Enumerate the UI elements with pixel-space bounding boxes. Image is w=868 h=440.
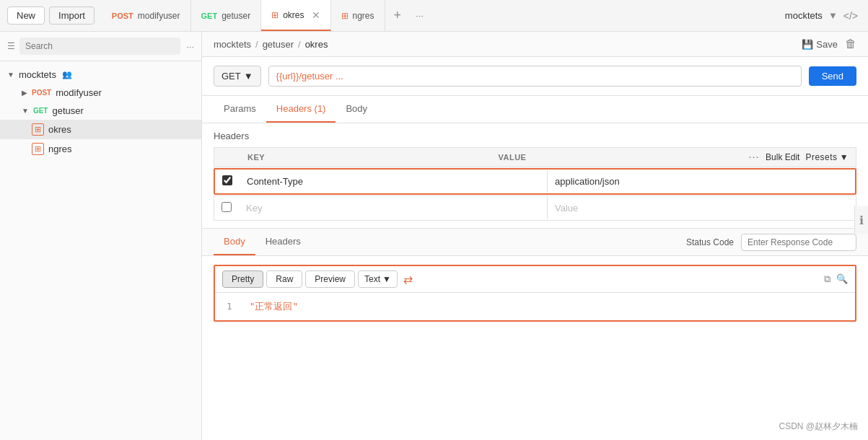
more-tabs-button[interactable]: ···	[410, 0, 429, 31]
header-row-empty: Key Value	[214, 195, 856, 221]
tab-name-ngres: ngres	[353, 11, 374, 21]
req-tab-headers-(1)[interactable]: Headers (1)	[266, 96, 336, 123]
breadcrumb-getuser[interactable]: getuser	[263, 39, 294, 50]
search-icon[interactable]: 🔍	[836, 273, 848, 285]
checkbox-cell[interactable]	[215, 170, 240, 193]
tabs-container: POSTmodifyuserGETgetuser⊞okres✕⊞ngres+··…	[102, 0, 775, 31]
headers-dots[interactable]: ···	[749, 153, 760, 162]
text-format-chevron: ▼	[382, 274, 391, 284]
sidebar-group-header-mocktets[interactable]: ▼ mocktets 👥	[0, 66, 201, 84]
save-label: Save	[816, 39, 838, 50]
line-number-1: 1	[227, 301, 232, 312]
sidebar-group-mocktets: ▼ mocktets 👥 ▶ POST modifyuser ▼ GET get…	[0, 66, 201, 159]
item-method-modifyuser: POST	[32, 89, 51, 97]
empty-value-cell[interactable]: Value	[547, 197, 856, 219]
subitem-icon-okres: ⊞	[32, 123, 44, 136]
method-select[interactable]: GET ▼	[214, 66, 261, 87]
empty-header-checkbox[interactable]	[222, 202, 232, 212]
content-area: mocktets / getuser / okres 💾 Save 🗑 GET …	[202, 32, 868, 440]
workspace-name: mocktets	[785, 10, 823, 21]
breadcrumb-okres: okres	[305, 39, 328, 50]
status-code-input[interactable]	[741, 234, 856, 251]
req-tab-body[interactable]: Body	[336, 96, 377, 123]
save-button[interactable]: 💾 Save	[802, 39, 838, 50]
sidebar-item-getuser[interactable]: ▼ GET getuser	[0, 102, 201, 120]
sidebar-item-modifyuser[interactable]: ▶ POST modifyuser	[0, 84, 201, 102]
sidebar-dots[interactable]: ···	[186, 41, 194, 52]
format-preview-button[interactable]: Preview	[305, 270, 355, 288]
format-raw-button[interactable]: Raw	[266, 270, 302, 288]
chevron-down-icon: ▼	[7, 71, 14, 79]
import-button[interactable]: Import	[49, 6, 95, 25]
tab-ngres[interactable]: ⊞ngres	[331, 0, 385, 31]
request-bar: GET ▼ Send	[202, 57, 868, 96]
info-icon[interactable]: ℹ	[859, 214, 864, 227]
tab-okres[interactable]: ⊞okres✕	[261, 0, 330, 31]
sidebar-subitem-ngres[interactable]: ⊞ ngres	[0, 139, 201, 159]
main: ☰ ··· ▼ mocktets 👥 ▶ POST modifyuser ▼ G…	[0, 32, 868, 440]
delete-button[interactable]: 🗑	[845, 38, 856, 50]
watermark: CSDN @赵林夕木楠	[779, 421, 858, 433]
tab-modifyuser[interactable]: POSTmodifyuser	[102, 0, 191, 31]
line-content-1: "正常返回"	[250, 301, 299, 312]
presets-button[interactable]: Presets ▼	[805, 152, 849, 162]
tab-method-getuser: GET	[201, 12, 218, 20]
layout-icon[interactable]: </>	[843, 10, 858, 22]
new-button[interactable]: New	[7, 6, 45, 25]
response-actions: Status Code	[686, 234, 856, 251]
tab-getuser[interactable]: GETgetuser	[191, 0, 262, 31]
tab-name-modifyuser: modifyuser	[138, 11, 180, 21]
send-button[interactable]: Send	[809, 66, 856, 86]
response-tab-body[interactable]: Body	[214, 229, 255, 255]
breadcrumb-sep-2: /	[298, 39, 301, 50]
response-tab-headers[interactable]: Headers	[255, 229, 311, 255]
tab-icon-ngres: ⊞	[341, 11, 348, 21]
text-format-select[interactable]: Text ▼	[358, 270, 398, 288]
empty-key-cell[interactable]: Key	[239, 197, 547, 219]
url-input[interactable]	[268, 66, 802, 87]
workspace-chevron[interactable]: ▼	[828, 10, 838, 21]
response-section: Body Headers Status Code Pretty Raw Prev…	[202, 228, 868, 330]
tab-icon-okres: ⊞	[271, 10, 279, 20]
req-tab-params[interactable]: Params	[214, 96, 266, 123]
breadcrumb-actions: 💾 Save 🗑	[802, 38, 856, 50]
response-body-toolbar: Pretty Raw Preview Text ▼ ⇄ ⧉ 🔍	[215, 266, 855, 293]
header-row-active: Content-Type application/json	[214, 168, 856, 195]
breadcrumb-mocktets[interactable]: mocktets	[214, 39, 251, 50]
key-cell[interactable]: Content-Type	[240, 170, 547, 193]
tab-method-modifyuser: POST	[112, 12, 133, 20]
filter-icon[interactable]: ☰	[7, 41, 15, 51]
tab-name-okres: okres	[283, 10, 304, 20]
response-body-content: 1 "正常返回"	[215, 293, 855, 320]
copy-icon[interactable]: ⧉	[824, 273, 830, 285]
tab-name-getuser: getuser	[222, 11, 250, 21]
save-icon: 💾	[802, 39, 813, 50]
item-chevron-modifyuser: ▶	[22, 89, 27, 97]
header-checkbox[interactable]	[222, 175, 232, 185]
subitem-name-ngres: ngres	[48, 144, 72, 154]
response-body-icons: ⧉ 🔍	[824, 273, 848, 285]
subitem-icon-ngres: ⊞	[32, 143, 44, 155]
sidebar: ☰ ··· ▼ mocktets 👥 ▶ POST modifyuser ▼ G…	[0, 32, 202, 440]
sidebar-header: ☰ ···	[0, 32, 201, 61]
method-chevron: ▼	[244, 71, 253, 82]
request-tabs: ParamsHeaders (1)Body	[202, 96, 868, 123]
top-bar: New Import POSTmodifyuserGETgetuser⊞okre…	[0, 0, 868, 32]
sidebar-subitem-okres[interactable]: ⊞ okres	[0, 120, 201, 139]
top-bar-left: New Import	[0, 6, 102, 25]
add-tab-button[interactable]: +	[385, 0, 411, 31]
bulk-edit-button[interactable]: Bulk Edit	[766, 152, 799, 162]
empty-checkbox-cell[interactable]	[214, 196, 239, 220]
headers-label: Headers	[214, 131, 856, 141]
tab-close-okres[interactable]: ✕	[312, 9, 320, 21]
search-input[interactable]	[19, 38, 180, 55]
format-pretty-button[interactable]: Pretty	[222, 270, 263, 288]
value-cell[interactable]: application/json	[547, 170, 855, 193]
response-tabs-bar: Body Headers Status Code	[202, 229, 868, 256]
status-code-label: Status Code	[686, 237, 734, 247]
headers-section: Headers KEY VALUE ··· Bulk Edit Presets …	[202, 123, 868, 228]
item-method-getuser: GET	[33, 107, 48, 115]
col-key-header: KEY	[247, 153, 498, 162]
top-bar-right: mocktets ▼ </>	[775, 10, 868, 22]
wrap-icon[interactable]: ⇄	[403, 273, 413, 286]
